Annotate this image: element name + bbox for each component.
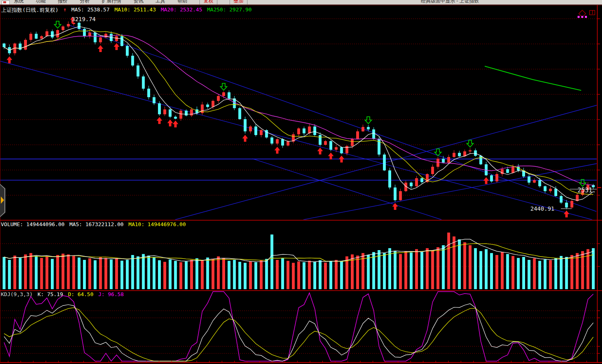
kdj-label: KDJ(9,3,3) bbox=[1, 291, 33, 297]
chart-title: 上证指数(日线.前复权) bbox=[1, 7, 58, 14]
main-title-row: 上证指数(日线.前复权) ↑ MA5: 2538.57MA10: 2511.43… bbox=[1, 7, 252, 14]
volume-label: MA10: 149446976.00 bbox=[129, 221, 186, 227]
window-mode-label: 经典版面中显示 - 上证指数 bbox=[421, 0, 479, 4]
app-icon[interactable] bbox=[2, 0, 10, 5]
app-window: 系统功能报价分析扩展行情资讯工具帮助复权叠加 经典版面中显示 - 上证指数 上证… bbox=[0, 0, 602, 364]
menu-item-7[interactable]: 帮助 bbox=[177, 0, 187, 4]
menu-items: 系统功能报价分析扩展行情资讯工具帮助复权叠加 bbox=[14, 0, 247, 4]
kdj-title-row: KDJ(9,3,3)K: 75.19D: 64.50J: 96.58 bbox=[1, 291, 124, 297]
menu-item-1[interactable]: 功能 bbox=[36, 0, 46, 4]
volume-label: MA5: 167322112.00 bbox=[70, 221, 124, 227]
kdj-label: J: 96.58 bbox=[99, 291, 124, 297]
menubar: 系统功能报价分析扩展行情资讯工具帮助复权叠加 经典版面中显示 - 上证指数 bbox=[0, 0, 602, 5]
low-price-label: 2440.91 bbox=[530, 205, 554, 212]
last-price-label: 2531. bbox=[578, 187, 596, 194]
menu-item-3[interactable]: 分析 bbox=[80, 0, 90, 4]
volume-title-row: VOLUME: 149444096.00MA5: 167322112.00MA1… bbox=[1, 221, 186, 227]
volume-label: VOLUME: 149444096.00 bbox=[1, 221, 65, 227]
price-up-arrow-icon: ↑ bbox=[63, 7, 66, 14]
menu-button-1[interactable]: 叠加 bbox=[230, 0, 247, 4]
menu-item-2[interactable]: 报价 bbox=[58, 0, 68, 4]
menu-item-5[interactable]: 资讯 bbox=[134, 0, 143, 4]
ma-label: MA10: 2511.43 bbox=[114, 7, 156, 14]
ma-label: MA5: 2538.57 bbox=[71, 7, 109, 14]
menu-item-0[interactable]: 系统 bbox=[14, 0, 24, 4]
charts-canvas[interactable] bbox=[0, 0, 602, 364]
split-window-icon[interactable] bbox=[589, 10, 595, 15]
high-price-label: 3219.74 bbox=[72, 16, 96, 22]
kdj-label: K: 75.19 bbox=[37, 291, 63, 297]
ma-label: MA250: 2927.90 bbox=[207, 7, 252, 14]
menu-button-0[interactable]: 复权 bbox=[199, 0, 217, 4]
ma-label: MA20: 2532.45 bbox=[161, 7, 202, 14]
arrow-right-icon bbox=[1, 196, 4, 204]
left-panel-toggle[interactable] bbox=[0, 184, 5, 217]
menu-item-6[interactable]: 工具 bbox=[155, 0, 165, 4]
kdj-label: D: 64.50 bbox=[68, 291, 94, 297]
dots-menu-icon[interactable] bbox=[578, 16, 588, 18]
menu-item-4[interactable]: 扩展行情 bbox=[102, 0, 121, 4]
